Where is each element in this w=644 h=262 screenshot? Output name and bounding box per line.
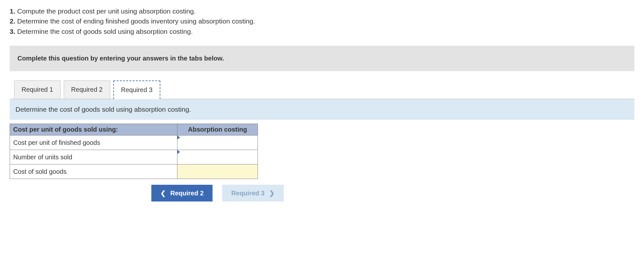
row-label: Cost of sold goods [10, 164, 177, 179]
question-number: 1. [10, 7, 15, 15]
question-number: 2. [10, 17, 15, 25]
question-number: 3. [10, 28, 15, 35]
chevron-left-icon: ❮ [160, 189, 166, 197]
table-header-right: Absorption costing [177, 124, 258, 136]
row-label: Cost per unit of finished goods [10, 136, 177, 150]
units-sold-input[interactable] [181, 152, 254, 162]
instruction-bar: Complete this question by entering your … [10, 46, 634, 71]
tab-label: Required 2 [71, 86, 103, 93]
cost-per-unit-input[interactable] [181, 137, 254, 148]
table-row: Number of units sold [10, 150, 258, 164]
table-row: Cost of sold goods [10, 164, 258, 179]
tab-required-1[interactable]: Required 1 [14, 80, 61, 99]
question-list: 1. Compute the product cost per unit usi… [10, 6, 634, 36]
table-row: Cost per unit of finished goods [10, 136, 258, 150]
nav-buttons: ❮ Required 2 Required 3 ❯ [151, 185, 634, 201]
question-item: 3. Determine the cost of goods sold usin… [10, 27, 634, 36]
tab-content-header: Determine the cost of goods sold using a… [10, 99, 634, 120]
cost-sold-goods-input[interactable] [181, 166, 254, 177]
question-text: Determine the cost of ending finished go… [17, 17, 255, 25]
instruction-text: Complete this question by entering your … [17, 55, 224, 62]
question-item: 1. Compute the product cost per unit usi… [10, 6, 634, 16]
question-item: 2. Determine the cost of ending finished… [10, 16, 634, 26]
prev-button[interactable]: ❮ Required 2 [151, 185, 213, 201]
chevron-right-icon: ❯ [269, 189, 275, 197]
input-cell-cost-per-unit[interactable] [177, 136, 258, 150]
tab-required-3[interactable]: Required 3 [113, 80, 160, 99]
table-header-left: Cost per unit of goods sold using: [10, 124, 177, 136]
input-cell-units-sold[interactable] [177, 150, 258, 164]
prev-label: Required 2 [170, 190, 204, 197]
answer-table: Cost per unit of goods sold using: Absor… [10, 124, 258, 179]
next-label: Required 3 [231, 190, 264, 197]
tab-label: Required 3 [121, 86, 153, 93]
next-button[interactable]: Required 3 ❯ [222, 185, 283, 201]
row-label: Number of units sold [10, 150, 177, 164]
tab-prompt: Determine the cost of goods sold using a… [15, 106, 191, 113]
tabs-container: Required 1 Required 2 Required 3 [10, 80, 634, 99]
input-cell-cost-sold-goods[interactable] [177, 164, 258, 179]
question-text: Determine the cost of goods sold using a… [17, 28, 193, 35]
question-text: Compute the product cost per unit using … [17, 7, 196, 15]
tab-label: Required 1 [22, 86, 53, 93]
tab-required-2[interactable]: Required 2 [64, 80, 110, 99]
